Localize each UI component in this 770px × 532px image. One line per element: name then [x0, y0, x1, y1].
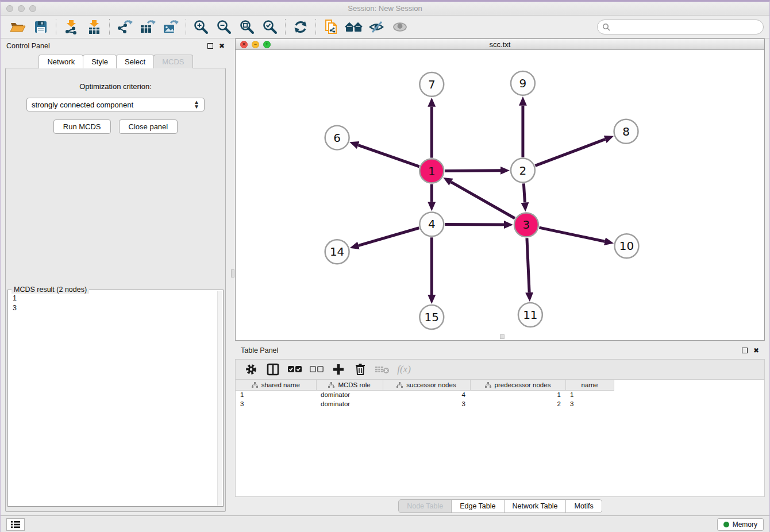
- zoom-in-icon[interactable]: [190, 18, 213, 36]
- network-graph[interactable]: 7968124314101511: [236, 50, 764, 340]
- task-history-button[interactable]: [6, 518, 25, 531]
- cell[interactable]: dominator: [316, 399, 383, 408]
- memory-status-icon: [723, 522, 729, 527]
- search-icon: [602, 23, 610, 31]
- panel-divider[interactable]: [230, 38, 235, 515]
- show-all-icon[interactable]: [388, 18, 411, 36]
- maximize-view-icon[interactable]: +: [263, 41, 271, 48]
- node-15[interactable]: 15: [419, 305, 444, 329]
- open-session-icon[interactable]: [6, 18, 29, 36]
- save-session-icon[interactable]: [29, 18, 52, 36]
- node-10[interactable]: 10: [615, 234, 639, 258]
- export-image-icon[interactable]: [159, 18, 182, 36]
- edge-4-3[interactable]: [445, 225, 504, 225]
- table-panel-title: Table Panel: [241, 346, 278, 354]
- tab-network[interactable]: Network: [38, 55, 83, 68]
- svg-text:9: 9: [519, 76, 527, 90]
- edge-1-2[interactable]: [445, 171, 500, 171]
- control-panel-tabs: NetworkStyleSelectMCDS: [1, 55, 230, 68]
- node-4[interactable]: 4: [419, 212, 444, 236]
- node-3[interactable]: 3: [514, 213, 538, 237]
- import-network-icon[interactable]: [60, 18, 83, 36]
- tab-edge-table[interactable]: Edge Table: [451, 499, 504, 513]
- column-header-shared-name[interactable]: shared name: [236, 380, 316, 390]
- tab-select[interactable]: Select: [116, 55, 154, 68]
- minimize-view-icon[interactable]: −: [252, 41, 259, 48]
- edge-2-3[interactable]: [523, 184, 525, 203]
- tab-style[interactable]: Style: [83, 55, 117, 68]
- select-all-rows-icon[interactable]: [285, 361, 305, 378]
- cell[interactable]: 1: [470, 390, 565, 399]
- cell[interactable]: 3: [565, 399, 614, 408]
- cell[interactable]: dominator: [316, 390, 383, 399]
- search-input[interactable]: [613, 23, 759, 31]
- close-icon[interactable]: ✖: [753, 347, 759, 354]
- cell[interactable]: 2: [470, 399, 565, 408]
- cell[interactable]: 3: [383, 399, 470, 408]
- tab-node-table[interactable]: Node Table: [398, 499, 452, 513]
- zoom-fit-icon[interactable]: [236, 18, 259, 36]
- export-table-icon[interactable]: [136, 18, 159, 36]
- cell[interactable]: 4: [383, 390, 470, 399]
- float-window-icon[interactable]: [207, 43, 213, 49]
- close-icon[interactable]: ✖: [219, 43, 225, 49]
- column-header-successor-nodes[interactable]: successor nodes: [383, 380, 470, 390]
- criterion-dropdown[interactable]: strongly connected component ▲▼: [26, 98, 205, 111]
- show-columns-icon[interactable]: [263, 361, 283, 378]
- node-11[interactable]: 11: [518, 303, 542, 327]
- cell[interactable]: 3: [236, 399, 316, 408]
- tab-network-table[interactable]: Network Table: [504, 499, 567, 513]
- import-table-icon[interactable]: [83, 18, 106, 36]
- toolbar-separator: [56, 19, 56, 35]
- edge-3-10[interactable]: [539, 228, 605, 241]
- network-view-window: ✕ − + scc.txt 7968124314101511: [235, 38, 765, 341]
- table-settings-icon[interactable]: [241, 361, 261, 378]
- node-table[interactable]: shared nameMCDS rolesuccessor nodesprede…: [235, 380, 765, 497]
- first-neighbors-icon[interactable]: [342, 18, 365, 36]
- column-header-predecessor-nodes[interactable]: predecessor nodes: [470, 380, 565, 390]
- cell[interactable]: 1: [565, 390, 614, 399]
- column-header-MCDS-role[interactable]: MCDS role: [316, 380, 383, 390]
- cell[interactable]: 1: [236, 390, 316, 399]
- clone-network-icon[interactable]: [319, 18, 342, 36]
- edge-3-1[interactable]: [451, 182, 515, 218]
- node-7[interactable]: 7: [419, 72, 444, 97]
- table-row[interactable]: 3dominator323: [236, 399, 614, 408]
- status-bar: Memory: [1, 515, 769, 532]
- node-1[interactable]: 1: [419, 159, 444, 183]
- network-canvas[interactable]: 7968124314101511: [236, 50, 764, 340]
- node-14[interactable]: 14: [325, 240, 349, 264]
- result-scrollbar[interactable]: [217, 291, 222, 506]
- delete-row-icon[interactable]: [351, 361, 370, 378]
- tab-motifs[interactable]: Motifs: [565, 499, 602, 513]
- table-row[interactable]: 1dominator411: [236, 390, 614, 399]
- run-mcds-button[interactable]: Run MCDS: [53, 119, 111, 134]
- hide-selected-icon[interactable]: [365, 18, 388, 36]
- export-network-icon[interactable]: [113, 18, 136, 36]
- network-resize-grip[interactable]: [500, 334, 505, 339]
- divider-grip[interactable]: [231, 269, 234, 277]
- add-row-icon[interactable]: [329, 361, 348, 378]
- svg-text:11: 11: [523, 308, 537, 322]
- refresh-layout-icon[interactable]: [289, 18, 312, 36]
- close-panel-button[interactable]: Close panel: [119, 119, 178, 134]
- edge-1-6[interactable]: [358, 145, 419, 167]
- unselect-all-rows-icon[interactable]: [307, 361, 326, 378]
- node-9[interactable]: 9: [511, 71, 535, 95]
- search-box[interactable]: [597, 20, 764, 34]
- node-2[interactable]: 2: [511, 159, 535, 183]
- zoom-selected-icon[interactable]: [259, 18, 282, 36]
- mcds-result-text: 1 3: [8, 290, 223, 317]
- edge-4-14[interactable]: [359, 228, 419, 246]
- node-6[interactable]: 6: [325, 126, 349, 150]
- network-titlebar[interactable]: ✕ − + scc.txt: [236, 39, 764, 50]
- edge-3-11[interactable]: [527, 238, 529, 292]
- memory-button[interactable]: Memory: [717, 518, 764, 531]
- node-8[interactable]: 8: [614, 119, 638, 144]
- close-view-icon[interactable]: ✕: [240, 41, 248, 48]
- float-window-icon[interactable]: [742, 348, 748, 353]
- zoom-out-icon[interactable]: [213, 18, 236, 36]
- column-header-name[interactable]: name: [565, 380, 614, 390]
- edge-2-8[interactable]: [535, 140, 605, 166]
- tab-mcds[interactable]: MCDS: [153, 55, 192, 68]
